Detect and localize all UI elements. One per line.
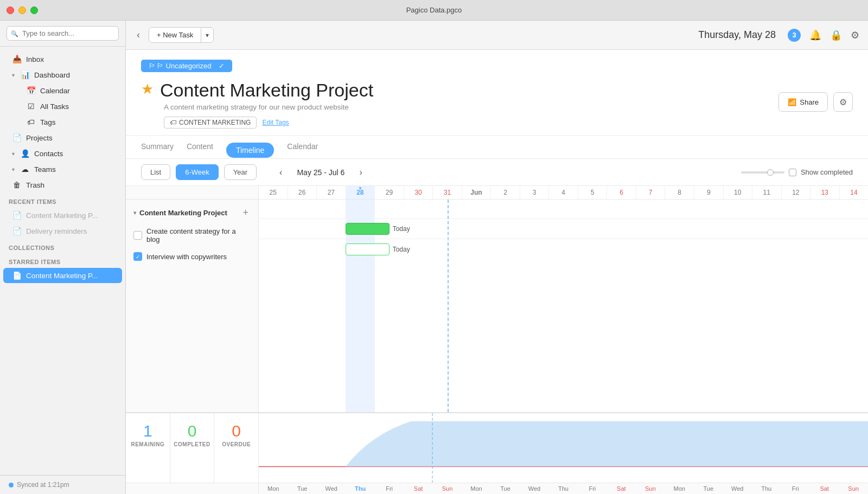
share-button[interactable]: 📶 Share bbox=[778, 92, 828, 112]
new-task-group: + New Task ▾ bbox=[149, 27, 214, 43]
weekday-label: Thu bbox=[549, 483, 578, 494]
task-checkbox-2[interactable]: ✓ bbox=[133, 252, 142, 261]
gear-icon: ⚙ bbox=[851, 30, 859, 41]
project-header: 🏳 🏳 Uncategorized ✓ ★ Content Marketing … bbox=[126, 50, 868, 136]
weekday-label: Sat bbox=[607, 483, 636, 494]
back-button[interactable]: ‹ bbox=[135, 27, 142, 43]
stat-remaining: 1 REMAINING bbox=[126, 413, 170, 483]
sidebar-item-recent-1[interactable]: 📄 Content Marketing P... bbox=[3, 208, 122, 223]
tab-calendar[interactable]: Calendar bbox=[287, 142, 318, 158]
search-input[interactable] bbox=[7, 26, 119, 41]
day-num: 3 bbox=[520, 186, 550, 199]
arrow-icon: ▾ bbox=[12, 72, 15, 78]
gantt-bars-panel: Today Today bbox=[259, 200, 868, 412]
task-row-2: ✓ Interview with copywriters bbox=[126, 248, 258, 265]
weekday-label: Wed bbox=[723, 483, 752, 494]
6week-view-button[interactable]: 6-Week bbox=[176, 164, 219, 180]
content-marketing-tag[interactable]: 🏷 CONTENT MARKETING bbox=[164, 117, 257, 129]
add-task-button[interactable]: + bbox=[240, 207, 251, 219]
sidebar-item-label: Inbox bbox=[26, 55, 44, 63]
completed-label: COMPLETED bbox=[170, 441, 214, 447]
weekday-label: Fri bbox=[578, 483, 607, 494]
close-button[interactable] bbox=[7, 7, 14, 14]
year-view-button[interactable]: Year bbox=[224, 164, 257, 180]
burndown-chart bbox=[259, 413, 868, 483]
sidebar-item-dashboard[interactable]: ▾ 📊 Dashboard bbox=[3, 67, 122, 82]
sidebar-item-label: Projects bbox=[26, 134, 53, 142]
slider-track bbox=[741, 171, 784, 174]
prev-week-button[interactable]: ‹ bbox=[275, 165, 286, 179]
uncategorized-tag[interactable]: 🏳 🏳 Uncategorized ✓ bbox=[141, 60, 232, 72]
flag-icon: 🏳 bbox=[149, 62, 156, 70]
sidebar-item-all-tasks[interactable]: ☑ All Tasks bbox=[3, 99, 122, 114]
day-num: 11 bbox=[752, 186, 782, 199]
week-navigator: ‹ May 25 - Jul 6 › bbox=[275, 165, 367, 179]
slider-thumb[interactable] bbox=[767, 169, 774, 176]
maximize-button[interactable] bbox=[30, 7, 38, 14]
lock-icon: 🔒 bbox=[830, 30, 842, 41]
next-week-button[interactable]: › bbox=[355, 165, 366, 179]
weekday-label: Sun bbox=[433, 483, 462, 494]
sidebar-nav: 📥 Inbox ▾ 📊 Dashboard 📅 Calendar ☑ All T… bbox=[0, 47, 125, 475]
day-num: 10 bbox=[724, 186, 753, 199]
titlebar: Pagico Data.pgco bbox=[0, 0, 868, 21]
sidebar-item-calendar[interactable]: 📅 Calendar bbox=[3, 83, 122, 98]
sidebar-item-recent-2[interactable]: 📄 Delivery reminders bbox=[3, 223, 122, 239]
settings-button[interactable]: ⚙ bbox=[851, 29, 859, 41]
dropdown-arrow-icon: ▾ bbox=[206, 31, 209, 39]
day-num: 8 bbox=[665, 186, 694, 199]
sidebar-item-inbox[interactable]: 📥 Inbox bbox=[3, 52, 122, 67]
show-completed-checkbox[interactable] bbox=[789, 169, 796, 176]
day-num: Jun bbox=[462, 186, 492, 199]
sidebar-item-tags[interactable]: 🏷 Tags bbox=[3, 114, 122, 130]
task-list-panel: ▾ Content Marketing Project + Create con… bbox=[126, 200, 259, 412]
sync-status-text: Synced at 1:21pm bbox=[17, 481, 69, 489]
star-icon: ★ bbox=[141, 81, 154, 98]
weekday-label-today: Thu bbox=[346, 483, 374, 494]
new-task-dropdown-button[interactable]: ▾ bbox=[201, 28, 213, 42]
remaining-value: 1 bbox=[126, 422, 170, 440]
sync-indicator bbox=[9, 483, 14, 487]
check-icon: ☑ bbox=[26, 102, 36, 111]
tag-pill-label: CONTENT MARKETING bbox=[179, 119, 251, 126]
sidebar-item-label: Contacts bbox=[34, 150, 63, 158]
notification-button[interactable]: 🔔 bbox=[809, 29, 821, 41]
starred-items-section-label: STARRED ITEMS bbox=[0, 253, 125, 267]
current-date: Thursday, May 28 bbox=[698, 29, 776, 41]
minimize-button[interactable] bbox=[18, 7, 26, 14]
task-checkbox-1[interactable] bbox=[133, 231, 142, 240]
sidebar-item-label: Calendar bbox=[40, 87, 70, 95]
tab-timeline[interactable]: Timeline bbox=[226, 143, 274, 158]
sidebar-item-trash[interactable]: 🗑 Trash bbox=[3, 177, 122, 193]
project-title-block: Content Marketing Project bbox=[160, 80, 373, 101]
project-content-area: 🏳 🏳 Uncategorized ✓ ★ Content Marketing … bbox=[126, 50, 868, 494]
sidebar-item-contacts[interactable]: ▾ 👤 Contacts bbox=[3, 146, 122, 161]
sidebar-item-starred-1[interactable]: 📄 Content Marketing P... bbox=[3, 268, 122, 283]
timeline-main: 25 26 27 ▼28 29 30 31 Jun 2 3 4 5 bbox=[126, 186, 868, 494]
gantt-row-1: Today bbox=[259, 219, 868, 239]
share-label: Share bbox=[800, 98, 819, 106]
tab-summary[interactable]: Summary bbox=[141, 142, 174, 158]
calendar-header: 25 26 27 ▼28 29 30 31 Jun 2 3 4 5 bbox=[126, 186, 868, 200]
edit-tags-link[interactable]: Edit Tags bbox=[262, 119, 289, 126]
weekday-label: Wed bbox=[520, 483, 548, 494]
burndown-svg bbox=[259, 413, 868, 483]
collapse-arrow[interactable]: ▾ bbox=[133, 210, 136, 216]
project-settings-button[interactable]: ⚙ bbox=[833, 92, 853, 112]
tag-check-icon: ✓ bbox=[219, 62, 225, 70]
list-view-button[interactable]: List bbox=[141, 164, 170, 180]
weekday-label: Mon bbox=[259, 483, 288, 494]
sidebar: 📥 Inbox ▾ 📊 Dashboard 📅 Calendar ☑ All T… bbox=[0, 21, 126, 494]
bell-icon: 🔔 bbox=[809, 30, 821, 41]
lock-button[interactable]: 🔒 bbox=[830, 29, 842, 41]
toolbar-right: Thursday, May 28 3 🔔 🔒 ⚙ bbox=[698, 29, 859, 42]
weekday-label: Tue bbox=[694, 483, 723, 494]
header-spacer bbox=[126, 186, 259, 199]
new-task-button[interactable]: + New Task bbox=[149, 28, 201, 42]
project-actions: 📶 Share ⚙ bbox=[778, 92, 853, 112]
sidebar-item-projects[interactable]: 📄 Projects bbox=[3, 130, 122, 145]
sidebar-item-teams[interactable]: ▾ ☁ Teams bbox=[3, 162, 122, 177]
tab-content[interactable]: Content bbox=[187, 142, 213, 158]
weekday-label: Mon bbox=[462, 483, 490, 494]
app-layout: 📥 Inbox ▾ 📊 Dashboard 📅 Calendar ☑ All T… bbox=[0, 21, 868, 494]
